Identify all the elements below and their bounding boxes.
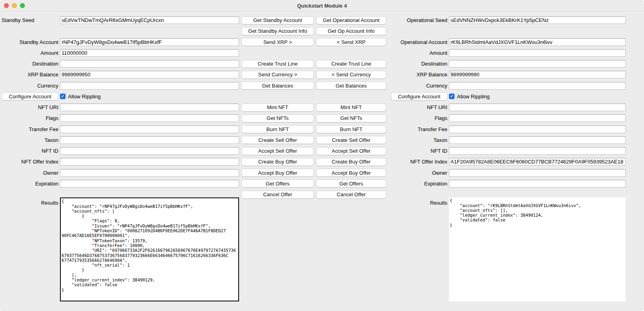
standby-get-balances-button[interactable]: Get Balances — [241, 82, 314, 90]
operational-accept-buy-offer-button[interactable]: Accept Buy Offer — [316, 169, 386, 177]
standby-taxon-label: Taxon — [2, 137, 58, 143]
standby-accept-sell-offer-button[interactable]: Accept Sell Offer — [241, 147, 314, 155]
operational-burn-nft-button[interactable]: Burn NFT — [316, 125, 386, 133]
standby-nft-id-label: NFT ID — [2, 148, 58, 154]
standby-configure-account-button[interactable]: Configure Account — [2, 92, 58, 100]
standby-nft-uri-label: NFT URI — [2, 104, 58, 110]
operational-send-xrp-button[interactable]: < Send XRP — [316, 38, 386, 46]
standby-create-trust-line-button[interactable]: Create Trust Line — [241, 60, 314, 68]
standby-xrp-balance-label: XRP Balance — [2, 72, 58, 78]
operational-cancel-offer-button[interactable]: Cancel Offer — [316, 191, 386, 199]
standby-get-nfts-button[interactable]: Get NFTs — [241, 114, 314, 122]
operational-allow-rippling-checkbox[interactable]: ✓ — [449, 94, 455, 99]
operational-destination-input[interactable] — [449, 60, 626, 68]
standby-nft-offer-index-input[interactable] — [60, 158, 239, 165]
standby-allow-rippling-label: Allow Rippling — [68, 94, 101, 100]
standby-allow-rippling: ✓ Allow Rippling — [60, 94, 239, 100]
close-button[interactable] — [4, 3, 9, 8]
get-operational-account-button[interactable]: Get Operational Account — [316, 16, 386, 24]
operational-transfer-fee-input[interactable] — [449, 126, 626, 133]
standby-nft-id-input[interactable] — [60, 147, 239, 155]
standby-owner-input[interactable] — [60, 169, 239, 177]
operational-nft-offer-index-input[interactable] — [449, 158, 626, 165]
minimize-button[interactable] — [12, 3, 17, 8]
operational-owner-input[interactable] — [449, 169, 626, 177]
operational-expiration-input[interactable] — [449, 180, 626, 187]
operational-create-buy-offer-button[interactable]: Create Buy Offer — [316, 158, 386, 166]
standby-create-sell-offer-button[interactable]: Create Sell Offer — [241, 136, 314, 144]
operational-create-trust-line-button[interactable]: Create Trust Line — [316, 60, 386, 68]
traffic-lights — [0, 3, 25, 8]
operational-amount-label: Amount — [389, 50, 447, 56]
app-window: Quickstart Module 4 Standby Seed Get Sta… — [0, 0, 644, 311]
get-standby-account-info-button[interactable]: Get Standby Account Info — [241, 27, 314, 35]
standby-seed-input[interactable] — [60, 16, 239, 24]
standby-cancel-offer-button[interactable]: Cancel Offer — [241, 191, 314, 199]
operational-get-nfts-button[interactable]: Get NFTs — [316, 114, 386, 122]
operational-results-text[interactable]: { "account": "rK9LBRhStdmtAaVdJXGVF1LnKW… — [449, 197, 626, 301]
standby-results-text[interactable]: { "account": "rNP47gJFvDyW8gsDo4weB17if5… — [60, 197, 239, 301]
standby-send-xrp-button[interactable]: Send XRP > — [241, 38, 314, 46]
operational-seed-input[interactable] — [449, 16, 626, 24]
standby-destination-label: Destination — [2, 61, 58, 67]
form-area: Standby Seed Get Standby Account Get Ope… — [0, 12, 644, 200]
operational-nft-offer-index-label: NFT Offer Index — [389, 159, 447, 165]
standby-create-buy-offer-button[interactable]: Create Buy Offer — [241, 158, 314, 166]
operational-send-currency-button[interactable]: < Send Currency — [316, 71, 386, 79]
get-op-account-info-button[interactable]: Get Op Account Info — [316, 27, 386, 35]
standby-burn-nft-button[interactable]: Burn NFT — [241, 125, 314, 133]
operational-currency-input[interactable] — [449, 82, 626, 90]
operational-owner-label: Owner — [389, 170, 447, 176]
operational-xrp-balance-label: XRP Balance — [389, 72, 447, 78]
standby-allow-rippling-checkbox[interactable]: ✓ — [60, 94, 66, 99]
standby-send-currency-button[interactable]: Send Currency > — [241, 71, 314, 79]
operational-flags-label: Flags — [389, 115, 447, 121]
standby-expiration-label: Expiration — [2, 181, 58, 187]
checkbox-check-icon: ✓ — [61, 94, 64, 99]
standby-expiration-input[interactable] — [60, 180, 239, 187]
standby-owner-label: Owner — [2, 170, 58, 176]
standby-amount-input[interactable] — [60, 49, 239, 57]
standby-account-label: Standby Account — [2, 39, 58, 45]
standby-get-offers-button[interactable]: Get Offers — [241, 179, 314, 187]
standby-currency-label: Currency — [2, 83, 58, 89]
standby-xrp-balance-input[interactable] — [60, 71, 239, 78]
operational-configure-account-button[interactable]: Configure Account — [391, 92, 447, 100]
operational-seed-label: Operational Seed — [389, 17, 447, 23]
operational-currency-label: Currency — [389, 83, 447, 89]
get-standby-account-button[interactable]: Get Standby Account — [241, 16, 314, 24]
operational-mint-nft-button[interactable]: Mint NFT — [316, 104, 386, 112]
operational-results-label: Results — [389, 200, 447, 206]
operational-account-label: Operational Account — [389, 39, 447, 45]
operational-allow-rippling-label: Allow Rippling — [457, 94, 490, 100]
standby-account-input[interactable] — [60, 38, 239, 46]
standby-destination-input[interactable] — [60, 60, 239, 68]
standby-nft-uri-input[interactable] — [60, 104, 239, 111]
operational-transfer-fee-label: Transfer Fee — [389, 126, 447, 132]
standby-flags-input[interactable] — [60, 114, 239, 122]
standby-accept-buy-offer-button[interactable]: Accept Buy Offer — [241, 169, 314, 177]
standby-mint-nft-button[interactable]: Mint NFT — [241, 104, 314, 112]
operational-flags-input[interactable] — [449, 114, 626, 122]
operational-nft-id-input[interactable] — [449, 147, 626, 155]
operational-taxon-input[interactable] — [449, 136, 626, 144]
standby-results-label: Results — [2, 200, 58, 206]
operational-amount-input[interactable] — [449, 49, 626, 57]
standby-taxon-input[interactable] — [60, 136, 239, 144]
operational-xrp-balance-input[interactable] — [449, 71, 626, 78]
operational-nft-uri-label: NFT URI — [389, 104, 447, 110]
standby-transfer-fee-input[interactable] — [60, 126, 239, 133]
standby-currency-input[interactable] — [60, 82, 239, 90]
operational-create-sell-offer-button[interactable]: Create Sell Offer — [316, 136, 386, 144]
titlebar: Quickstart Module 4 — [0, 0, 644, 12]
operational-nft-uri-input[interactable] — [449, 104, 626, 111]
standby-seed-label: Standby Seed — [2, 17, 58, 23]
operational-allow-rippling: ✓ Allow Rippling — [449, 94, 626, 100]
operational-accept-sell-offer-button[interactable]: Accept Sell Offer — [316, 147, 386, 155]
operational-get-offers-button[interactable]: Get Offers — [316, 179, 386, 187]
operational-get-balances-button[interactable]: Get Balances — [316, 82, 386, 90]
checkbox-check-icon: ✓ — [450, 94, 453, 99]
operational-account-input[interactable] — [449, 38, 626, 46]
zoom-button[interactable] — [20, 3, 25, 8]
window-title: Quickstart Module 4 — [0, 3, 644, 9]
